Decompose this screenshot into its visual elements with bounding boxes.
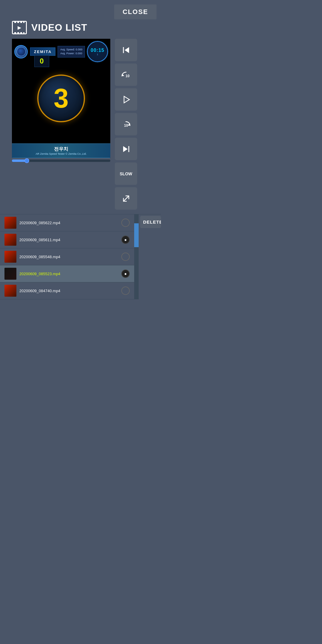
select-checkbox[interactable] xyxy=(121,287,130,295)
page-title: VIDEO LIST xyxy=(31,22,87,33)
video-player[interactable]: ZEMITA Avg. Speed: 0.000 Avg. Power: 0.0… xyxy=(12,39,110,158)
slow-label: SLOW xyxy=(120,171,132,176)
file-name-active: 20200609_085523.mp4 xyxy=(19,272,118,276)
thumb-preview xyxy=(4,217,16,229)
score-row: 0 xyxy=(12,55,110,67)
fullscreen-button[interactable] xyxy=(115,187,137,210)
video-list-section: 20200609_085622.mp4 20200609_085611.mp4 … xyxy=(0,214,161,299)
countdown-area: 3 xyxy=(12,75,110,122)
file-name: 20200609_085548.mp4 xyxy=(19,255,118,259)
player-name: 전우치 xyxy=(14,146,108,152)
delete-button[interactable]: DELETE xyxy=(140,216,161,228)
list-item[interactable]: 20200609_085548.mp4 xyxy=(0,248,134,265)
zemita-inner-circle xyxy=(17,47,26,56)
copyright-text: AR Zemita Speed Tester © Zemita Co.,Ltd. xyxy=(14,152,108,155)
list-container: 20200609_085622.mp4 20200609_085611.mp4 … xyxy=(0,214,161,299)
forward10-icon: 10 xyxy=(121,120,131,129)
fullscreen-icon xyxy=(122,194,131,203)
close-button[interactable]: CLOSE xyxy=(114,4,157,19)
list-item[interactable]: 20200609_085611.mp4 ● xyxy=(0,231,134,248)
select-checkbox[interactable]: ● xyxy=(121,270,130,278)
select-checkbox[interactable] xyxy=(121,253,130,261)
thumb-preview xyxy=(4,285,16,297)
select-checkbox[interactable] xyxy=(121,219,130,227)
progress-thumb[interactable] xyxy=(24,158,29,163)
thumbnail xyxy=(4,285,16,297)
delete-button-container: DELETE xyxy=(139,214,161,299)
progress-bar-container[interactable] xyxy=(12,160,110,162)
video-player-area: ZEMITA Avg. Speed: 0.000 Avg. Power: 0.0… xyxy=(12,39,110,162)
countdown-circle: 3 xyxy=(37,75,85,122)
skip-forward-icon xyxy=(122,145,131,154)
rewind10-button[interactable]: 10 xyxy=(115,64,137,86)
skip-back-button[interactable] xyxy=(115,39,137,61)
score-box: 0 xyxy=(34,55,49,67)
main-content: ZEMITA Avg. Speed: 0.000 Avg. Power: 0.0… xyxy=(0,39,161,210)
thumb-preview xyxy=(4,234,16,246)
video-list: 20200609_085622.mp4 20200609_085611.mp4 … xyxy=(0,214,134,299)
list-item[interactable]: 20200609_084740.mp4 xyxy=(0,282,134,299)
scrollbar-thumb[interactable] xyxy=(134,223,139,247)
thumbnail xyxy=(4,234,16,246)
slow-button[interactable]: SLOW xyxy=(115,162,137,185)
file-name: 20200609_085622.mp4 xyxy=(19,221,118,225)
countdown-number: 3 xyxy=(54,85,69,112)
zemita-brand: ZEMITA xyxy=(34,49,52,54)
skip-forward-button[interactable] xyxy=(115,138,137,160)
skip-back-icon xyxy=(122,46,131,55)
play-button[interactable] xyxy=(115,88,137,111)
list-item-active[interactable]: 20200609_085523.mp4 ● xyxy=(0,265,134,282)
zemita-label-box: ZEMITA xyxy=(30,47,55,56)
svg-text:10: 10 xyxy=(124,123,128,128)
svg-line-9 xyxy=(123,196,129,201)
file-name: 20200609_084740.mp4 xyxy=(19,289,118,293)
scrollbar-track[interactable] xyxy=(134,214,139,299)
svg-marker-8 xyxy=(123,146,128,152)
thumbnail xyxy=(4,217,16,229)
thumb-preview xyxy=(4,268,16,280)
video-screen: ZEMITA Avg. Speed: 0.000 Avg. Power: 0.0… xyxy=(12,39,110,158)
playback-controls: 10 10 SLOW xyxy=(115,39,137,210)
rewind10-icon: 10 xyxy=(121,71,131,79)
thumb-preview xyxy=(4,251,16,263)
file-name: 20200609_085611.mp4 xyxy=(19,238,118,242)
video-list-icon xyxy=(12,21,27,34)
thumbnail xyxy=(4,251,16,263)
avg-speed-label: Avg. Speed: 0.000 xyxy=(60,48,82,52)
select-checkbox[interactable]: ● xyxy=(121,236,130,244)
play-icon xyxy=(122,95,131,104)
score-value: 0 xyxy=(40,57,44,65)
thumbnail xyxy=(4,268,16,280)
player-banner: 전우치 AR Zemita Speed Tester © Zemita Co.,… xyxy=(12,143,110,158)
list-item[interactable]: 20200609_085622.mp4 xyxy=(0,214,134,231)
svg-marker-4 xyxy=(124,96,129,103)
svg-text:10: 10 xyxy=(126,74,130,78)
svg-marker-1 xyxy=(125,47,129,53)
forward10-button[interactable]: 10 xyxy=(115,113,137,135)
